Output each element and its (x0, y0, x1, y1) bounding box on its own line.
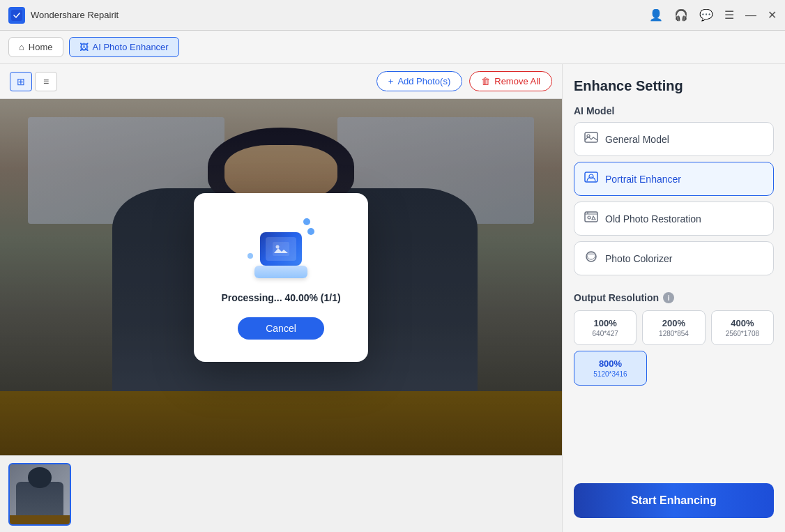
trash-icon: 🗑 (481, 76, 490, 86)
icon-device (260, 232, 302, 266)
old-photo-restoration-button[interactable]: Old Photo Restoration (574, 202, 774, 236)
svg-rect-7 (585, 212, 597, 222)
colorizer-icon (584, 250, 598, 266)
icon-screen-inner (266, 237, 296, 261)
old-photo-icon (584, 211, 598, 227)
resolution-800-button[interactable]: 800% 5120*3416 (574, 351, 647, 386)
info-icon[interactable]: i (663, 292, 674, 303)
add-photos-button[interactable]: + Add Photo(s) (376, 71, 462, 91)
enhancer-tab-label: AI Photo Enhancer (93, 42, 169, 52)
res-400-pct: 400% (716, 318, 769, 328)
minimize-icon[interactable]: — (745, 9, 756, 22)
add-photos-label: Add Photo(s) (397, 76, 450, 86)
titlebar: Wondershare Repairit 👤 🎧 💬 ☰ — ✕ (0, 0, 785, 31)
processing-text: Processing... 40.00% (1/1) (221, 292, 340, 303)
cancel-button[interactable]: Cancel (238, 317, 324, 340)
thumbnail-item[interactable] (8, 463, 71, 526)
photo-colorizer-button[interactable]: Photo Colorizer (574, 241, 774, 275)
right-panel: Enhance Setting AI Model General Model (562, 64, 785, 532)
res-800-dim: 5120*3416 (579, 370, 642, 378)
home-tab-label: Home (29, 42, 53, 52)
resolution-label: Output Resolution (574, 292, 659, 303)
remove-all-button[interactable]: 🗑 Remove All (469, 71, 552, 91)
thumb-head (28, 467, 52, 488)
res-100-pct: 100% (579, 318, 632, 328)
view-toggle: ⊞ ≡ (10, 72, 57, 91)
list-icon: ≡ (43, 76, 49, 87)
svg-point-8 (588, 216, 590, 219)
main-layout: ⊞ ≡ + Add Photo(s) 🗑 Remove All (0, 64, 785, 532)
tab-home[interactable]: ⌂ Home (8, 37, 63, 57)
icon-dot-right (307, 228, 314, 235)
info-symbol: i (668, 294, 670, 302)
svg-rect-0 (11, 10, 22, 21)
remove-all-label: Remove All (494, 76, 540, 86)
old-photo-label: Old Photo Restoration (605, 213, 701, 225)
portrait-enhancer-button[interactable]: Portrait Enhancer (574, 162, 774, 196)
grid-view-button[interactable]: ⊞ (10, 72, 32, 91)
titlebar-left: Wondershare Repairit (8, 7, 119, 24)
app-icon (8, 7, 25, 24)
tabbar: ⌂ Home 🖼 AI Photo Enhancer (0, 31, 785, 64)
resolution-200-button[interactable]: 200% 1280*854 (642, 310, 705, 345)
resolution-grid-top: 100% 640*427 200% 1280*854 400% 2560*170… (574, 310, 774, 345)
start-enhancing-button[interactable]: Start Enhancing (574, 483, 774, 518)
svg-rect-3 (585, 132, 597, 142)
resolution-400-button[interactable]: 400% 2560*1708 (711, 310, 774, 345)
thumbnail-strip (0, 455, 562, 532)
processing-icon (246, 215, 316, 278)
grid-icon: ⊞ (17, 76, 25, 87)
general-model-label: General Model (605, 134, 669, 145)
headset-icon[interactable]: 🎧 (674, 8, 688, 22)
list-view-button[interactable]: ≡ (35, 72, 57, 91)
home-icon: ⌂ (19, 42, 24, 52)
portrait-icon (584, 171, 598, 187)
enhancer-tab-icon: 🖼 (79, 42, 89, 52)
output-resolution-section: Output Resolution i 100% 640*427 200% 12… (574, 292, 774, 386)
titlebar-controls: 👤 🎧 💬 ☰ — ✕ (649, 8, 777, 22)
toolbar-actions: + Add Photo(s) 🗑 Remove All (376, 71, 552, 91)
start-button-container: Start Enhancing (574, 408, 774, 518)
general-model-icon (584, 131, 598, 147)
icon-dot-top (303, 218, 310, 225)
resolution-header: Output Resolution i (574, 292, 774, 303)
svg-point-6 (589, 174, 593, 178)
processing-modal: Processing... 40.00% (1/1) Cancel (194, 193, 368, 362)
enhance-setting-title: Enhance Setting (574, 78, 774, 94)
res-200-pct: 200% (647, 318, 700, 328)
resolution-100-button[interactable]: 100% 640*427 (574, 310, 637, 345)
svg-point-2 (276, 245, 280, 248)
left-panel: ⊞ ≡ + Add Photo(s) 🗑 Remove All (0, 64, 562, 532)
account-icon[interactable]: 👤 (649, 8, 663, 22)
processing-overlay: Processing... 40.00% (1/1) Cancel (0, 99, 562, 455)
icon-dot-left (247, 253, 253, 259)
image-toolbar: ⊞ ≡ + Add Photo(s) 🗑 Remove All (0, 64, 562, 99)
colorizer-label: Photo Colorizer (605, 253, 673, 264)
thumb-desk (10, 515, 70, 524)
menu-icon[interactable]: ☰ (724, 8, 734, 22)
ai-model-section: AI Model General Model (574, 105, 774, 281)
portrait-enhancer-label: Portrait Enhancer (605, 174, 681, 185)
ai-model-label: AI Model (574, 105, 774, 116)
tab-ai-photo-enhancer[interactable]: 🖼 AI Photo Enhancer (69, 37, 179, 57)
add-icon: + (388, 76, 394, 86)
res-400-dim: 2560*1708 (716, 330, 769, 337)
res-800-pct: 800% (579, 358, 642, 369)
close-icon[interactable]: ✕ (768, 8, 777, 22)
res-100-dim: 640*427 (579, 330, 632, 337)
image-area: Processing... 40.00% (1/1) Cancel (0, 99, 562, 455)
res-200-dim: 1280*854 (647, 330, 700, 337)
svg-rect-1 (273, 242, 289, 256)
icon-platform (254, 266, 307, 278)
chat-icon[interactable]: 💬 (699, 8, 713, 22)
app-title: Wondershare Repairit (31, 10, 119, 20)
general-model-button[interactable]: General Model (574, 122, 774, 156)
